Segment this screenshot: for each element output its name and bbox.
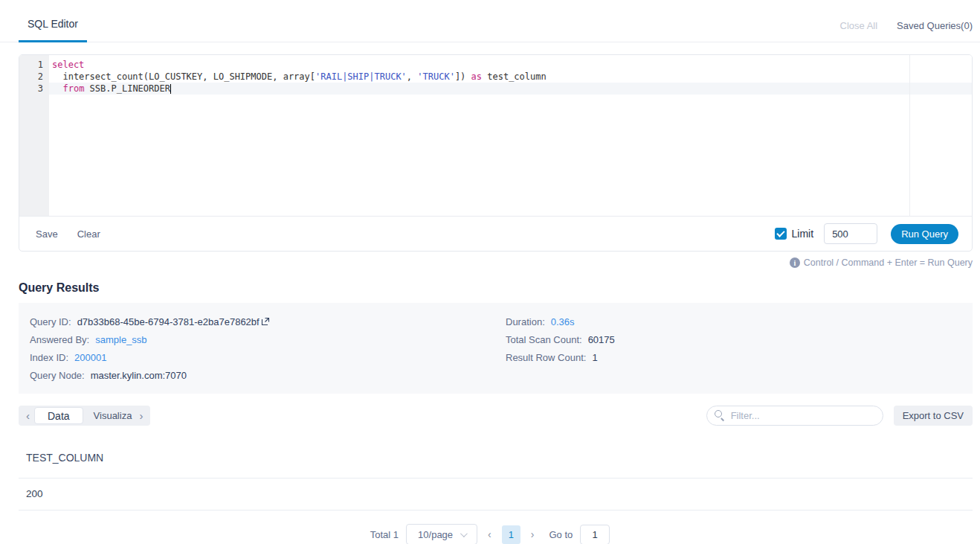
limit-checkbox[interactable] xyxy=(775,228,787,240)
table-column-header[interactable]: TEST_COLUMN xyxy=(19,444,973,479)
close-all-button[interactable]: Close All xyxy=(840,20,878,31)
table-row[interactable]: 200 xyxy=(19,479,973,511)
query-node-value: master.kylin.com:7070 xyxy=(91,370,187,381)
line-number: 1 xyxy=(19,59,43,71)
export-to-csv-button[interactable]: Export to CSV xyxy=(894,406,973,426)
answered-by-label: Answered By: xyxy=(30,334,89,345)
save-button[interactable]: Save xyxy=(36,228,58,240)
code-line-active: from SSB.P_LINEORDER xyxy=(49,83,972,95)
code-line: select xyxy=(49,59,972,71)
hint-text: Control / Command + Enter = Run Query xyxy=(804,257,973,268)
result-row-count-row: Result Row Count: 1 xyxy=(506,348,615,366)
external-link-icon[interactable] xyxy=(261,317,270,326)
pagination: Total 1 10/page ‹ 1 › Go to xyxy=(0,524,980,544)
query-node-label: Query Node: xyxy=(30,370,85,381)
index-id-row: Index ID: 200001 xyxy=(30,348,506,366)
result-toolbar: ‹ Data Visualiza › Export to CSV xyxy=(19,406,973,426)
goto-label: Go to xyxy=(549,529,573,540)
query-id-row: Query ID: d7b33b68-45be-6794-3781-e2ba7e… xyxy=(30,313,506,330)
code-line: intersect_count(LO_CUSTKEY, LO_SHIPMODE,… xyxy=(49,71,972,83)
sql-text: test_column xyxy=(482,71,547,82)
sql-text: SSB.P_LINEORDER xyxy=(84,83,170,94)
clear-button[interactable]: Clear xyxy=(77,228,100,240)
editor-footer: Save Clear Limit Run Query xyxy=(19,216,972,251)
editor-tabbar: SQL Editor Close All Saved Queries(0) xyxy=(0,0,980,42)
result-row-count-label: Result Row Count: xyxy=(506,352,586,363)
answered-by-link[interactable]: sample_ssb xyxy=(95,334,146,345)
sql-text: , xyxy=(407,71,417,82)
tab-data[interactable]: Data xyxy=(34,407,83,424)
limit-input[interactable] xyxy=(824,223,877,244)
sql-keyword: select xyxy=(52,60,84,70)
chevron-left-icon[interactable]: ‹ xyxy=(22,409,34,422)
sql-string: 'RAIL|SHIP|TRUCK' xyxy=(315,71,407,82)
results-table: TEST_COLUMN 200 xyxy=(19,444,973,511)
index-id-label: Index ID: xyxy=(30,352,68,363)
goto-page-input[interactable] xyxy=(580,525,610,544)
index-id-link[interactable]: 200001 xyxy=(74,352,106,363)
page-size-select[interactable]: 10/page xyxy=(406,524,477,544)
line-number-gutter: 1 2 3 xyxy=(19,55,49,216)
result-tab-scroller: ‹ Data Visualiza › xyxy=(19,406,150,426)
current-page-button[interactable]: 1 xyxy=(502,525,520,544)
print-margin-line xyxy=(909,55,910,216)
answered-by-row: Answered By: sample_ssb xyxy=(30,330,506,348)
saved-queries-button[interactable]: Saved Queries(0) xyxy=(897,20,973,31)
prev-page-button[interactable]: ‹ xyxy=(485,528,494,540)
sql-string: 'TRUCK' xyxy=(417,71,455,82)
line-number: 2 xyxy=(19,71,43,83)
sql-text xyxy=(52,83,62,94)
line-number: 3 xyxy=(19,83,43,95)
code-area[interactable]: select intersect_count(LO_CUSTKEY, LO_SH… xyxy=(49,55,972,216)
total-scan-label: Total Scan Count: xyxy=(506,334,582,345)
page-size-value: 10/page xyxy=(418,529,453,540)
total-scan-row: Total Scan Count: 60175 xyxy=(506,330,615,348)
text-cursor xyxy=(170,84,171,94)
sql-text: intersect_count(LO_CUSTKEY, LO_SHIPMODE,… xyxy=(52,71,315,82)
duration-label: Duration: xyxy=(506,316,545,327)
query-info-panel: Query ID: d7b33b68-45be-6794-3781-e2ba7e… xyxy=(19,303,973,394)
result-row-count-value: 1 xyxy=(592,352,597,363)
filter-input[interactable] xyxy=(706,406,883,426)
next-page-button[interactable]: › xyxy=(528,528,538,540)
query-results-title: Query Results xyxy=(19,281,973,295)
duration-value[interactable]: 0.36s xyxy=(551,316,575,327)
code-editor[interactable]: 1 2 3 select intersect_count(LO_CUSTKEY,… xyxy=(19,55,972,216)
chevron-right-icon[interactable]: › xyxy=(135,409,147,422)
total-count-label: Total 1 xyxy=(370,529,399,540)
tab-sql-editor[interactable]: SQL Editor xyxy=(19,18,87,42)
sql-editor-block: 1 2 3 select intersect_count(LO_CUSTKEY,… xyxy=(19,54,973,252)
duration-row: Duration: 0.36s xyxy=(506,313,615,330)
limit-label: Limit xyxy=(792,228,814,240)
search-icon xyxy=(715,410,722,417)
query-node-row: Query Node: master.kylin.com:7070 xyxy=(30,366,506,384)
sql-keyword: from xyxy=(62,83,84,94)
tab-visualization[interactable]: Visualiza xyxy=(83,410,135,421)
sql-keyword: as xyxy=(471,71,482,82)
query-id-value: d7b33b68-45be-6794-3781-e2ba7e7862bf xyxy=(77,316,259,327)
query-id-label: Query ID: xyxy=(30,316,71,327)
chevron-down-icon xyxy=(460,530,468,537)
total-scan-value: 60175 xyxy=(588,334,615,345)
info-icon: i xyxy=(790,257,800,268)
run-query-button[interactable]: Run Query xyxy=(891,224,958,244)
sql-text: ]) xyxy=(455,71,471,82)
shortcut-hint: i Control / Command + Enter = Run Query xyxy=(19,257,973,268)
